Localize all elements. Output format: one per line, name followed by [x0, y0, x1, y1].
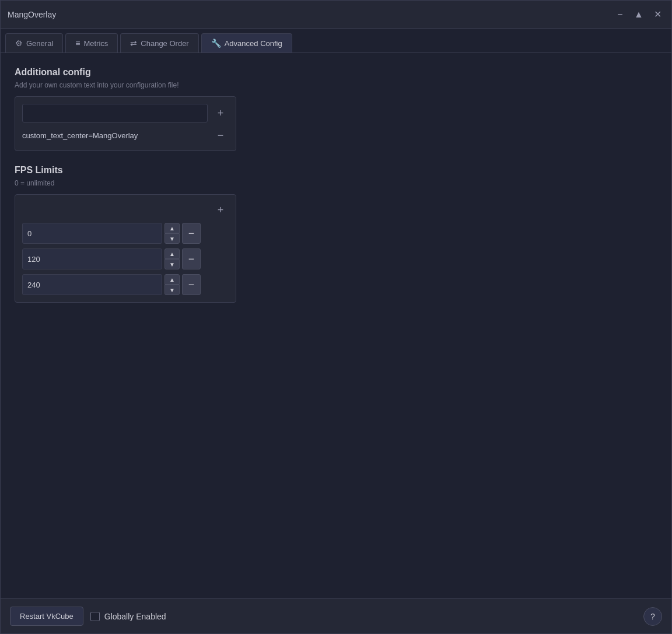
fps-limits-section: FPS Limits 0 = unlimited + ▲ ▼ − [15, 165, 657, 303]
fps-input-1[interactable] [22, 248, 162, 269]
fps-up-0[interactable]: ▲ [164, 223, 180, 233]
tab-change-order-label: Change Order [141, 39, 188, 48]
tab-general[interactable]: ⚙ General [5, 33, 63, 52]
metrics-icon: ≡ [75, 38, 80, 48]
tab-metrics-label: Metrics [83, 39, 108, 48]
fps-remove-0[interactable]: − [182, 223, 201, 244]
additional-config-section: Additional config Add your own custom te… [15, 67, 657, 151]
globally-enabled-label: Globally Enabled [104, 612, 166, 621]
config-text-input[interactable] [22, 104, 208, 122]
config-entry-text: custom_text_center=MangOverlay [22, 131, 208, 140]
fps-input-0[interactable] [22, 223, 162, 244]
fps-limits-title: FPS Limits [15, 165, 657, 176]
fps-down-2[interactable]: ▼ [164, 285, 180, 295]
fps-spinner-1: ▲ ▼ [164, 248, 180, 269]
titlebar: MangOverlay − ▲ ✕ [1, 1, 671, 29]
fps-remove-2[interactable]: − [182, 274, 201, 295]
restore-button[interactable]: ▲ [632, 8, 646, 22]
fps-down-1[interactable]: ▼ [164, 259, 180, 269]
fps-spinner-2: ▲ ▼ [164, 274, 180, 295]
tab-advanced-config-label: Advanced Config [225, 39, 282, 48]
fps-remove-1[interactable]: − [182, 248, 201, 269]
tab-metrics[interactable]: ≡ Metrics [65, 33, 118, 52]
fps-input-2[interactable] [22, 274, 162, 295]
fps-down-0[interactable]: ▼ [164, 233, 180, 244]
main-window: MangOverlay − ▲ ✕ ⚙ General ≡ Metrics ⇄ … [0, 0, 672, 634]
fps-limit-row-0: ▲ ▼ − [22, 223, 229, 244]
globally-enabled-checkbox[interactable] [90, 612, 100, 621]
fps-add-row: + [22, 202, 229, 218]
fps-spinner-0: ▲ ▼ [164, 223, 180, 244]
fps-limit-row-1: ▲ ▼ − [22, 248, 229, 269]
fps-add-button[interactable]: + [212, 202, 229, 218]
fps-limits-box: + ▲ ▼ − ▲ ▼ [15, 194, 236, 303]
tab-advanced-config[interactable]: 🔧 Advanced Config [201, 33, 292, 52]
additional-config-box: + custom_text_center=MangOverlay − [15, 96, 236, 151]
fps-up-2[interactable]: ▲ [164, 274, 180, 285]
tab-change-order[interactable]: ⇄ Change Order [120, 33, 198, 52]
window-title: MangOverlay [8, 10, 56, 19]
tabbar: ⚙ General ≡ Metrics ⇄ Change Order 🔧 Adv… [1, 29, 671, 53]
config-add-button[interactable]: + [212, 105, 229, 121]
general-icon: ⚙ [15, 38, 23, 48]
config-entry-row: custom_text_center=MangOverlay − [22, 127, 229, 143]
main-content: Additional config Add your own custom te… [1, 53, 671, 598]
footer: Restart VkCube Globally Enabled ? [1, 598, 671, 633]
tab-general-label: General [26, 39, 53, 48]
additional-config-title: Additional config [15, 67, 657, 78]
additional-config-subtitle: Add your own custom text into your confi… [15, 81, 657, 89]
config-remove-button[interactable]: − [212, 127, 229, 143]
restart-vkcube-button[interactable]: Restart VkCube [10, 607, 83, 626]
titlebar-controls: − ▲ ✕ [613, 8, 664, 22]
fps-up-1[interactable]: ▲ [164, 248, 180, 259]
config-input-row: + [22, 104, 229, 122]
change-order-icon: ⇄ [130, 38, 137, 48]
minimize-button[interactable]: − [613, 8, 627, 22]
fps-limits-subtitle: 0 = unlimited [15, 179, 657, 187]
globally-enabled-control[interactable]: Globally Enabled [90, 612, 166, 621]
advanced-config-icon: 🔧 [211, 38, 221, 48]
fps-limit-row-2: ▲ ▼ − [22, 274, 229, 295]
close-button[interactable]: ✕ [650, 8, 664, 22]
help-button[interactable]: ? [643, 607, 662, 626]
